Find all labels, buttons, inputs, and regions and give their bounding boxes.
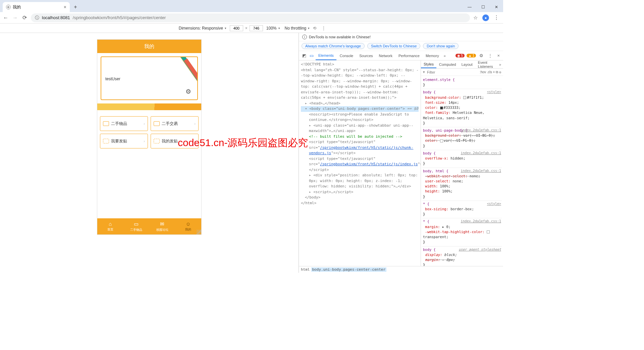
inspect-icon[interactable]: ◩ [301, 53, 308, 58]
card-second-hand-goods[interactable]: 二手物品› [100, 116, 148, 131]
address-bar: ← → ⟳ ⓘ localhost:8081/springbootwkixm/f… [0, 12, 503, 24]
more-icon[interactable]: ⋮ [487, 53, 494, 58]
banner-divider [97, 103, 201, 110]
browser-window: ⊕ 我的 × + — ☐ ✕ ← → ⟳ ⓘ localhost:8081/sp… [0, 0, 503, 273]
device-toolbar: Dimensions: Responsive × 100% No throttl… [0, 24, 503, 33]
chevron-right-icon: › [194, 122, 196, 126]
style-tools[interactable]: :hov .cls + ⧉ ⊕ [480, 70, 501, 74]
more-icon[interactable]: ⋮ [322, 26, 326, 31]
subtab-layout[interactable]: Layout [459, 60, 475, 68]
profile-avatar[interactable]: ● [482, 14, 489, 21]
device-toggle-icon[interactable]: ▭ [308, 53, 315, 58]
tab-network[interactable]: Network [376, 51, 395, 60]
back-button[interactable]: ← [3, 15, 9, 21]
close-icon[interactable]: × [496, 53, 501, 58]
warn-badge[interactable]: ▲ 1 [467, 54, 476, 57]
tab-performance[interactable]: Performance [396, 51, 422, 60]
card-icon [154, 121, 160, 126]
info-icon: ⓘ [35, 15, 39, 21]
height-input[interactable] [250, 25, 263, 31]
error-badge[interactable]: ◉ 5 [455, 54, 465, 57]
dom-tree[interactable]: <!DOCTYPE html> <html lang="zh-CN" style… [299, 60, 421, 266]
devtools-notice: i DevTools is now available in Chinese! [299, 33, 503, 41]
devtools-panel: i DevTools is now available in Chinese! … [299, 33, 503, 273]
subtab-events[interactable]: Event Listeners [475, 60, 497, 68]
width-input[interactable] [230, 25, 243, 31]
username-label: testUser [105, 77, 120, 81]
chevron-right-icon: › [144, 139, 145, 143]
tab-home[interactable]: ⌂首页 [97, 218, 123, 234]
url-input[interactable]: ⓘ localhost:8081/springbootwkixm/front/h… [31, 13, 470, 22]
user-banner: testUser ⚙ [101, 56, 198, 100]
throttle-select[interactable]: No throttling [283, 26, 311, 31]
devtools-tabs: ◩ ▭ Elements Console Sources Network Per… [299, 51, 503, 60]
card-icon [154, 139, 160, 143]
chip-switch-lang[interactable]: Switch DevTools to Chinese [367, 43, 420, 49]
tab-sources[interactable]: Sources [357, 51, 375, 60]
close-icon[interactable]: × [64, 4, 66, 10]
filter-icon: ▾ [423, 70, 425, 74]
gear-icon[interactable]: ⚙ [185, 88, 191, 95]
card-icon [103, 121, 109, 126]
subtab-styles[interactable]: Styles [421, 60, 436, 68]
box-icon: ▭ [134, 221, 139, 227]
browser-tab[interactable]: ⊕ 我的 × [3, 2, 70, 12]
maximize-button[interactable]: ☐ [476, 5, 490, 9]
globe-icon: ⊕ [6, 5, 11, 9]
dimensions-select[interactable]: Dimensions: Responsive [177, 26, 228, 31]
subtab-computed[interactable]: Computed [436, 60, 459, 68]
mobile-tabbar: ⌂首页 ▭二手物品 ✉校园论坛 ☺我的 [97, 218, 201, 234]
css-rules[interactable]: element.style {} <style>body { backgroun… [421, 76, 503, 266]
device-viewport: 我的 testUser ⚙ 二手物品› 二手交易› 我要发贴› 我的发贴› ⌂首… [0, 33, 299, 273]
menu-icon[interactable]: ⋮ [494, 14, 499, 21]
mobile-frame: 我的 testUser ⚙ 二手物品› 二手交易› 我要发贴› 我的发贴› ⌂首… [97, 40, 201, 234]
tab-goods[interactable]: ▭二手物品 [123, 218, 150, 234]
card-post-new[interactable]: 我要发贴› [100, 134, 148, 148]
selected-node[interactable]: <body class="uni-body pages-center-cente… [301, 106, 419, 112]
chat-icon: ✉ [160, 221, 164, 227]
resize-handle[interactable] [197, 230, 201, 234]
tab-title: 我的 [13, 4, 21, 10]
styles-panel: Styles Computed Layout Event Listeners »… [421, 60, 503, 266]
new-tab-button[interactable]: + [71, 3, 80, 11]
url-path: /springbootwkixm/front/h5/#/pages/center… [73, 15, 166, 20]
close-button[interactable]: ✕ [490, 5, 503, 9]
tab-forum[interactable]: ✉校园论坛 [149, 218, 175, 234]
chevron-right-icon: › [194, 139, 196, 143]
chevron-right-icon: › [144, 122, 145, 126]
mobile-header: 我的 [97, 40, 201, 53]
card-second-hand-trade[interactable]: 二手交易› [151, 116, 199, 131]
filter-input[interactable] [427, 70, 478, 74]
tab-memory[interactable]: Memory [423, 51, 442, 60]
card-my-posts[interactable]: 我的发贴› [151, 134, 199, 148]
titlebar: ⊕ 我的 × + — ☐ ✕ [0, 0, 503, 12]
chip-dont-show[interactable]: Don't show again [423, 43, 459, 49]
rotate-icon[interactable]: ⟲ [313, 26, 316, 31]
home-icon: ⌂ [109, 221, 112, 227]
card-icon [103, 139, 109, 143]
tab-elements[interactable]: Elements [316, 51, 336, 60]
more-subtabs-icon[interactable]: » [497, 62, 503, 67]
info-icon: i [302, 35, 307, 39]
zoom-select[interactable]: 100% [265, 26, 281, 31]
window-controls: — ☐ ✕ [463, 2, 503, 12]
minimize-button[interactable]: — [463, 5, 476, 9]
reload-button[interactable]: ⟳ [21, 14, 28, 21]
bookmark-icon[interactable]: ☆ [473, 15, 478, 21]
user-icon: ☺ [186, 221, 191, 227]
url-host: localhost:8081 [42, 15, 70, 20]
more-tabs-icon[interactable]: » [442, 54, 447, 58]
forward-button[interactable]: → [12, 15, 18, 21]
gear-icon[interactable]: ⚙ [478, 53, 485, 58]
breadcrumb[interactable]: html body.uni-body.pages-center-center [299, 266, 503, 273]
tab-console[interactable]: Console [337, 51, 356, 60]
chip-always-match[interactable]: Always match Chrome's language [302, 43, 365, 49]
